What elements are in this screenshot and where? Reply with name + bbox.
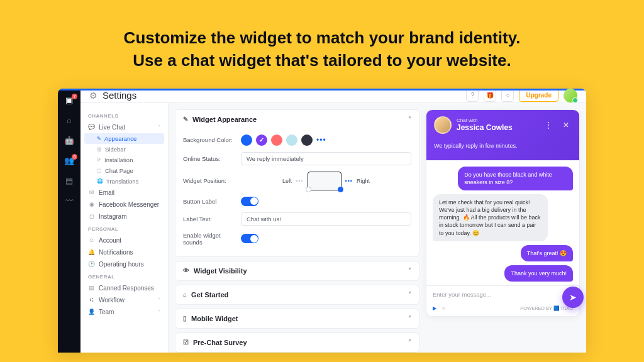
swatch-purple[interactable]	[256, 134, 267, 146]
label-bg-color: Background Color:	[183, 136, 241, 143]
workflow-icon: ⑆	[88, 297, 95, 303]
position-right-label: Right	[357, 178, 370, 184]
rail-badge: 7	[72, 94, 77, 99]
rail-analytics-icon[interactable]: 〰	[64, 195, 75, 207]
page-icon: ▢	[97, 168, 102, 173]
mobile-icon: ▯	[183, 315, 187, 322]
chat-agent-avatar	[434, 116, 452, 134]
home-icon: ⌂	[183, 291, 187, 298]
hero-title: Customize the widget to match your brand…	[0, 26, 644, 72]
position-right-radio[interactable]	[338, 187, 343, 192]
swatch-blue[interactable]	[241, 134, 252, 146]
sidebar-item-notifications[interactable]: 🔔Notifications	[80, 246, 168, 258]
sidebar-item-email[interactable]: ✉Email	[80, 187, 168, 199]
color-swatches: •••	[241, 134, 326, 146]
rail-contacts-icon[interactable]: 👥8	[64, 155, 75, 167]
card-header-get-started[interactable]: ⌂Get Started	[175, 285, 419, 304]
content-area: ⚙ Settings ? 🎁 ○ Upgrade CHANNELS 💬Live …	[80, 89, 586, 353]
sidebar-sub-chat-page[interactable]: ▢Chat Page	[80, 165, 168, 176]
cards-column: ✎Widget Appearance Background Color:	[175, 109, 419, 353]
sidebar-header-channels: CHANNELS	[80, 109, 168, 121]
sidebar-item-instagram[interactable]: ◻Instagram	[80, 211, 168, 222]
sidebar-item-account[interactable]: ☺Account	[80, 234, 168, 246]
brush-icon: ✎	[97, 136, 101, 141]
chat-preview: Chat with Jessica Cowles ⋮ ✕ We typicall…	[426, 109, 580, 353]
label-label-text: Label Text:	[183, 216, 241, 222]
card-get-started: ⌂Get Started	[175, 285, 419, 305]
help-icon[interactable]: ?	[466, 89, 479, 102]
sidebar-item-canned[interactable]: ▤Canned Responses	[80, 282, 168, 294]
sidebar-sub-translations[interactable]: 🌐Translations	[80, 176, 168, 187]
user-avatar[interactable]	[564, 89, 577, 102]
messenger-icon: ◉	[88, 201, 95, 207]
gear-icon: ⚙	[89, 90, 97, 101]
swatch-coral[interactable]	[271, 134, 282, 146]
card-mobile-widget: ▯Mobile Widget	[175, 309, 419, 329]
sidebar-sub-sidebar[interactable]: ▥Sidebar	[80, 144, 168, 155]
topbar: ⚙ Settings ? 🎁 ○ Upgrade	[80, 89, 586, 103]
eye-icon: 👁	[183, 267, 189, 274]
button-label-toggle[interactable]	[241, 197, 258, 206]
sidebar-sub-installation[interactable]: ⟳Installation	[80, 155, 168, 165]
chat-input[interactable]: Enter your message...	[433, 291, 573, 298]
clock-icon: 🕑	[88, 261, 95, 267]
chat-message-out: Thank you very much!	[504, 265, 573, 282]
chat-input-row: Enter your message...	[426, 285, 579, 303]
sidebar-item-workflow[interactable]: ⑆Workflow	[80, 294, 168, 306]
chat-header: Chat with Jessica Cowles ⋮ ✕ We typicall…	[426, 110, 579, 160]
rail-inbox-icon[interactable]: ▣7	[64, 95, 75, 106]
chat-body: Do you have those black and white sneake…	[426, 160, 579, 285]
chat-menu-icon[interactable]: ⋮	[541, 120, 555, 130]
rail-badge: 8	[72, 154, 77, 160]
card-header-visibility[interactable]: 👁Widget Visibility	[175, 261, 419, 280]
label-text-input[interactable]	[241, 212, 411, 226]
globe-icon: 🌐	[97, 178, 103, 184]
rail-bot-icon[interactable]: 🤖	[64, 135, 75, 146]
card-header-appearance[interactable]: ✎Widget Appearance	[175, 110, 419, 129]
hero-banner: Customize the widget to match your brand…	[0, 0, 644, 89]
code-icon: ⟳	[97, 157, 101, 163]
chat-emoji-icon[interactable]: ☺	[441, 305, 447, 311]
bell-icon: 🔔	[88, 249, 95, 255]
position-left-radio[interactable]	[306, 187, 311, 192]
team-icon: 👤	[88, 309, 95, 315]
rail-home-icon[interactable]: ⌂	[64, 115, 75, 126]
swatch-dark[interactable]	[301, 134, 313, 146]
gift-icon[interactable]: 🎁	[484, 89, 496, 102]
sidebar-item-live-chat[interactable]: 💬Live Chat	[80, 121, 168, 133]
sidebar-item-hours[interactable]: 🕑Operating hours	[80, 258, 168, 270]
chat-pre-label: Chat with	[457, 118, 536, 123]
instagram-icon: ◻	[88, 213, 95, 219]
chat-send-button[interactable]: ➤	[562, 287, 584, 308]
icon-rail: ▣7 ⌂ 🤖 👥8 ▤ 〰	[58, 89, 80, 353]
chat-status-text: We typically reply in few minutes.	[434, 143, 572, 149]
app-window: ▣7 ⌂ 🤖 👥8 ▤ 〰 ⚙ Settings ? 🎁 ○ Upgrade C…	[58, 89, 586, 353]
card-header-prechat[interactable]: ☑Pre-Chat Survey	[175, 333, 419, 352]
card-header-mobile[interactable]: ▯Mobile Widget	[175, 309, 419, 328]
label-button-label: Button Label	[183, 198, 241, 205]
form-icon: ☑	[183, 339, 189, 346]
mail-icon: ✉	[88, 189, 95, 195]
more-colors-icon[interactable]: •••	[316, 136, 326, 145]
rail-id-icon[interactable]: ▤	[64, 175, 75, 187]
upgrade-button[interactable]: Upgrade	[519, 89, 558, 102]
bell-icon[interactable]: ○	[501, 89, 514, 102]
settings-sidebar: CHANNELS 💬Live Chat ✎Appearance ▥Sidebar…	[80, 103, 169, 353]
online-status-input[interactable]	[241, 152, 411, 165]
card-widget-visibility: 👁Widget Visibility	[175, 261, 419, 281]
sounds-toggle[interactable]	[241, 234, 258, 243]
sidebar-item-team[interactable]: 👤Team	[80, 306, 168, 318]
sidebar-header-personal: PERSONAL	[80, 222, 168, 234]
position-left-label: Left	[282, 178, 292, 184]
chat-close-icon[interactable]: ✕	[560, 121, 572, 129]
sidebar-item-messenger[interactable]: ◉Facebook Messenger	[80, 199, 168, 211]
chat-attach-icon[interactable]: ▶	[433, 305, 436, 311]
position-preview	[308, 172, 341, 190]
label-online-status: Online Status:	[183, 155, 241, 162]
sidebar-sub-appearance[interactable]: ✎Appearance	[84, 133, 164, 144]
swatch-lightblue[interactable]	[286, 134, 297, 146]
powered-by: POWERED BY 🟦 TIDIO	[520, 305, 573, 311]
canned-icon: ▤	[88, 285, 95, 291]
chat-footer: ▶ ☺ POWERED BY 🟦 TIDIO	[426, 303, 579, 316]
chat-message-out: That's great! 😍	[521, 245, 573, 261]
